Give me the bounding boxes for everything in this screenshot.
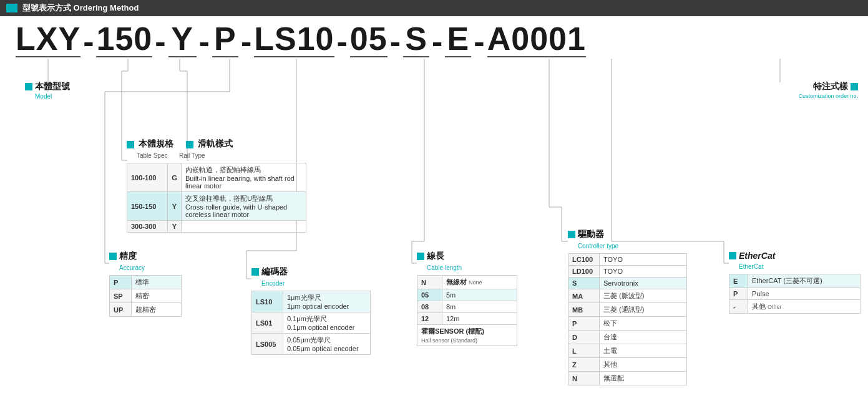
acc-up-desc: 超精密 bbox=[132, 303, 182, 317]
ctrl-p: P bbox=[568, 317, 600, 331]
ctrl-s: S bbox=[568, 278, 600, 289]
seg-150: 150 bbox=[96, 22, 152, 57]
code-y: Y bbox=[168, 192, 182, 221]
enc-ls005-desc: 0.05μm光學尺 0.05μm optical encoder bbox=[283, 334, 371, 355]
acc-p-desc: 標準 bbox=[132, 276, 182, 289]
ctrl-lc100-desc: TOYO bbox=[600, 254, 687, 266]
table-row: L 土電 bbox=[568, 344, 687, 358]
ethercat-zh: EtherCat bbox=[739, 251, 775, 261]
enc-ls10-desc: 1μm光學尺 1μm optical encoder bbox=[283, 291, 371, 312]
encoder-table: LS10 1μm光學尺 1μm optical encoder LS01 0.1… bbox=[251, 291, 371, 355]
table-row: P 松下 bbox=[568, 317, 687, 331]
ctrl-z-desc: 其他 bbox=[600, 358, 687, 372]
cable-08-desc: 8m bbox=[442, 301, 517, 313]
desc-y2 bbox=[182, 221, 306, 233]
ethercat-bullet bbox=[729, 252, 736, 259]
cable-05-desc: 5m bbox=[442, 289, 517, 301]
ctrl-lc100: LC100 bbox=[568, 254, 600, 266]
ctrl-n: N bbox=[568, 372, 600, 385]
table-row: 300-300 Y bbox=[127, 221, 306, 233]
dash7: - bbox=[429, 25, 445, 57]
header-bar: 型號表示方式 Ordering Method bbox=[0, 0, 868, 16]
seg-e-text: E bbox=[447, 22, 470, 55]
seg-lxy: LXY bbox=[16, 22, 80, 57]
col-header-table-spec: Table Spec bbox=[137, 152, 179, 159]
seg-y: Y bbox=[168, 22, 197, 57]
main-content: LXY - 150 - Y - P - LS10 - bbox=[0, 16, 868, 369]
table-row: S Servotronix bbox=[568, 278, 687, 289]
dash2: - bbox=[152, 25, 168, 57]
acc-up: UP bbox=[110, 303, 132, 317]
controller-zh: 驅動器 bbox=[578, 229, 604, 240]
accuracy-bullet bbox=[109, 253, 117, 260]
ctrl-ld100-desc: TOYO bbox=[600, 266, 687, 278]
spec-100-100: 100-100 bbox=[127, 163, 168, 192]
table-row: LC100 TOYO bbox=[568, 254, 687, 266]
seg-a0001: A0001 bbox=[487, 22, 586, 57]
seg-ls10: LS10 bbox=[254, 22, 334, 57]
seg-s-text: S bbox=[405, 22, 427, 55]
ctrl-s-desc: Servotronix bbox=[600, 278, 687, 289]
enc-ls10: LS10 bbox=[252, 291, 283, 312]
dash6: - bbox=[388, 25, 403, 57]
controller-box: 驅動器 Controller type LC100 TOYO LD100 TOY… bbox=[568, 229, 687, 385]
cable-12: 12 bbox=[417, 313, 442, 325]
table-row: E EtherCAT (三菱不可選) bbox=[729, 274, 861, 288]
dash4: - bbox=[238, 25, 254, 57]
customization-label: 特注式樣 Customization order no. bbox=[798, 81, 858, 99]
model-zh: 本體型號 bbox=[35, 81, 70, 92]
seg-ls10-text: LS10 bbox=[254, 22, 334, 55]
table-row: LS005 0.05μm光學尺 0.05μm optical encoder bbox=[252, 334, 371, 355]
table-row: LS01 0.1μm光學尺 0.1μm optical encoder bbox=[252, 312, 371, 334]
enc-ls01: LS01 bbox=[252, 312, 283, 334]
encoder-zh: 編碼器 bbox=[261, 266, 288, 278]
spec-150-150: 150-150 bbox=[127, 192, 168, 221]
seg-lxy-text: LXY bbox=[16, 22, 80, 55]
cable-08: 08 bbox=[417, 301, 442, 313]
spec-300-300: 300-300 bbox=[127, 221, 168, 233]
cable-en: Cable length bbox=[427, 264, 517, 271]
model-bullet bbox=[25, 83, 32, 90]
ethercat-table: E EtherCAT (三菱不可選) P Pulse - 其他 Other bbox=[729, 274, 861, 314]
table-spec-rail-box: 本體規格 滑軌樣式 Table Spec Rail Type 100-100 G… bbox=[127, 138, 306, 233]
header-icon bbox=[6, 4, 17, 12]
table-row: LD100 TOYO bbox=[568, 266, 687, 278]
seg-05-text: 05 bbox=[350, 22, 388, 55]
accuracy-box: 精度 Accuracy P 標準 SP 精密 UP 超精密 bbox=[109, 251, 182, 317]
table-row: Z 其他 bbox=[568, 358, 687, 372]
ctrl-z: Z bbox=[568, 358, 600, 372]
cable-n-desc: 無線材 None bbox=[442, 276, 517, 289]
col-header-rail-type: Rail Type bbox=[179, 152, 279, 159]
desc-y: 交叉滾柱導軌，搭配U型線馬 Cross-roller guide, with U… bbox=[182, 192, 306, 221]
ethercat-box: EtherCat EtherCat E EtherCAT (三菱不可選) P P… bbox=[729, 251, 861, 314]
table-row: 150-150 Y 交叉滾柱導軌，搭配U型線馬 Cross-roller gui… bbox=[127, 192, 306, 221]
dash1: - bbox=[80, 25, 96, 57]
dash8: - bbox=[471, 25, 487, 57]
seg-150-text: 150 bbox=[96, 22, 152, 55]
table-spec-zh: 本體規格 bbox=[139, 138, 173, 148]
custom-zh: 特注式樣 bbox=[813, 81, 848, 92]
dash3: - bbox=[197, 25, 212, 57]
acc-sp: SP bbox=[110, 289, 132, 303]
eth-p-desc: Pulse bbox=[748, 288, 861, 300]
table-spec-bullet bbox=[127, 141, 134, 148]
accuracy-table: P 標準 SP 精密 UP 超精密 bbox=[109, 275, 182, 317]
cable-n: N bbox=[417, 276, 442, 289]
ctrl-ma: MA bbox=[568, 289, 600, 303]
enc-ls01-desc: 0.1μm光學尺 0.1μm optical encoder bbox=[283, 312, 371, 334]
custom-bullet bbox=[851, 83, 858, 90]
ctrl-l: L bbox=[568, 344, 600, 358]
code-y2: Y bbox=[168, 221, 182, 233]
table-row: P 標準 bbox=[110, 276, 182, 289]
table-row: - 其他 Other bbox=[729, 300, 861, 314]
controller-bullet bbox=[568, 231, 575, 238]
seg-p: P bbox=[212, 22, 238, 57]
cable-bullet bbox=[417, 253, 424, 260]
table-row: 100-100 G 內嵌軌道，搭配軸棒線馬 Built-in linear be… bbox=[127, 163, 306, 192]
cable-05: 05 bbox=[417, 289, 442, 301]
table-row: LS10 1μm光學尺 1μm optical encoder bbox=[252, 291, 371, 312]
accuracy-en: Accuracy bbox=[119, 264, 182, 271]
dash5: - bbox=[334, 25, 350, 57]
model-label: 本體型號 Model bbox=[25, 81, 70, 100]
table-row: 08 8m bbox=[417, 301, 517, 313]
